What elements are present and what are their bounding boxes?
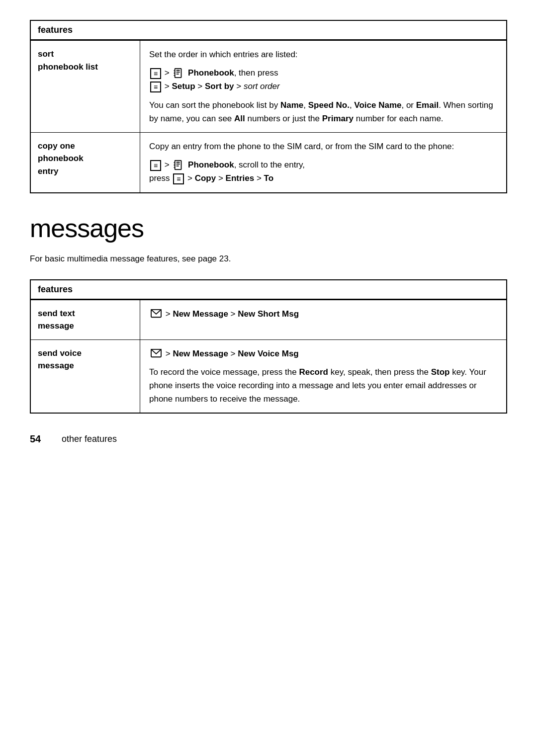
- menu-icon-3: ≡: [150, 160, 161, 171]
- table-messages: features send textmessage > New Message …: [30, 279, 507, 414]
- feature-label-copy: copy onephonebookentry: [31, 133, 140, 192]
- message-icon-2: [150, 348, 162, 358]
- feature-desc-send-voice: > New Message > New Voice Msg To record …: [140, 340, 506, 413]
- menu-icon-4: ≡: [173, 173, 184, 184]
- feature-desc-send-text: > New Message > New Short Msg: [140, 300, 506, 339]
- page-number: 54: [30, 433, 50, 445]
- menu-icon-2: ≡: [150, 82, 161, 92]
- table-row: send voicemessage > New Message > New Vo…: [31, 340, 506, 413]
- phonebook-icon: [173, 68, 184, 79]
- feature-label-send-text: send textmessage: [31, 300, 140, 339]
- footer-label: other features: [62, 434, 117, 444]
- table-row: send textmessage > New Message > New Sho…: [31, 300, 506, 340]
- phonebook-icon-2: [173, 160, 184, 170]
- message-icon: [150, 309, 162, 319]
- feature-desc-copy: Copy an entry from the phone to the SIM …: [140, 133, 506, 192]
- section-title: messages: [30, 213, 507, 243]
- table-row: sortphonebook list Set the order in whic…: [31, 41, 506, 133]
- svg-rect-0: [175, 69, 181, 78]
- feature-label-send-voice: send voicemessage: [31, 340, 140, 413]
- table-phonebook: features sortphonebook list Set the orde…: [30, 20, 507, 193]
- intro-text: For basic multimedia message features, s…: [30, 252, 507, 265]
- table1-header: features: [31, 21, 506, 41]
- table-row: copy onephonebookentry Copy an entry fro…: [31, 133, 506, 192]
- feature-desc-sort: Set the order in which entries are liste…: [140, 41, 506, 132]
- menu-icon: ≡: [150, 68, 161, 79]
- table2-header: features: [31, 280, 506, 300]
- feature-label-sort: sortphonebook list: [31, 41, 140, 132]
- footer: 54 other features: [30, 433, 507, 445]
